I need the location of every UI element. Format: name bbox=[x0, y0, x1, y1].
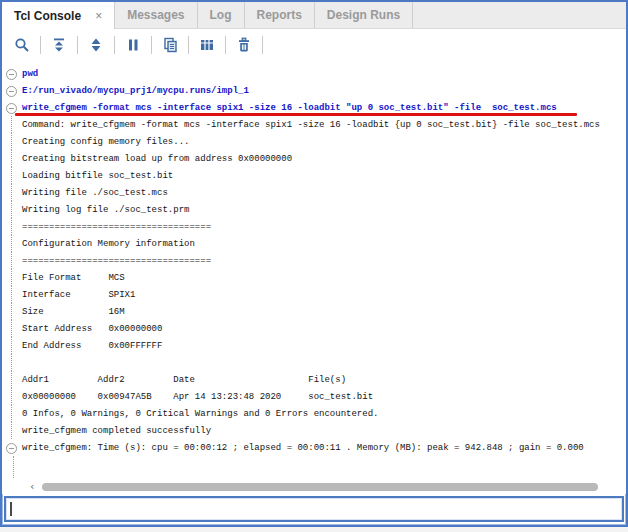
tab-reports[interactable]: Reports bbox=[245, 2, 315, 28]
scroll-left-arrow-icon[interactable]: ‹ bbox=[30, 481, 34, 492]
console-line: Loading bitfile soc_test.bit bbox=[2, 167, 626, 184]
console-line-text: =================================== bbox=[22, 222, 211, 232]
gutter-tree-line bbox=[2, 269, 22, 286]
console-line: Configuration Memory information bbox=[2, 235, 626, 252]
gutter-tree-line bbox=[2, 201, 22, 218]
search-icon bbox=[14, 37, 30, 53]
collapse-toggle-icon[interactable] bbox=[2, 82, 22, 99]
scrollbar-thumb[interactable] bbox=[42, 483, 598, 491]
console-line-text: 0x00000000 0x00947A5B Apr 14 13:23:48 20… bbox=[22, 392, 373, 402]
gutter-tree-line bbox=[2, 116, 22, 133]
tab-label: Messages bbox=[127, 8, 184, 22]
console-line-text: write_cfgmem completed successfully bbox=[22, 426, 211, 436]
console-line-text: =================================== bbox=[22, 256, 211, 266]
tab-label: Design Runs bbox=[327, 8, 400, 22]
console-line: Creating config memory files... bbox=[2, 133, 626, 150]
console-line-text: Writing file ./soc_test.mcs bbox=[22, 188, 168, 198]
horizontal-scrollbar[interactable]: ‹ bbox=[2, 479, 626, 494]
collapse-toggle-icon[interactable] bbox=[2, 65, 22, 82]
console-line: Size 16M bbox=[2, 303, 626, 320]
gutter-tree-line bbox=[2, 371, 22, 388]
gutter-tree-line bbox=[2, 303, 22, 320]
console-line-text: Start Address 0x00000000 bbox=[22, 324, 162, 334]
console-line-text: Interface SPIX1 bbox=[22, 290, 135, 300]
console-line-text: write_cfgmem -format mcs -interface spix… bbox=[22, 103, 557, 113]
gutter-tree-line bbox=[2, 405, 22, 422]
collapse-all-button[interactable] bbox=[47, 33, 71, 57]
toolbar-separator bbox=[77, 36, 78, 54]
tcl-command-input[interactable] bbox=[12, 498, 622, 520]
console-line: Writing file ./soc_test.mcs bbox=[2, 184, 626, 201]
gutter-tree-line bbox=[2, 252, 22, 269]
search-button[interactable] bbox=[10, 33, 34, 57]
gutter-tree-line bbox=[2, 337, 22, 354]
tab-log[interactable]: Log bbox=[198, 2, 245, 28]
console-line: =================================== bbox=[2, 252, 626, 269]
tabbar-filler bbox=[413, 2, 626, 28]
console-line: End Address 0x00FFFFFF bbox=[2, 337, 626, 354]
expand-all-button[interactable] bbox=[84, 33, 108, 57]
console-line-text: Creating bitstream load up from address … bbox=[22, 154, 292, 164]
queue-button[interactable] bbox=[195, 33, 219, 57]
gutter-tree-line bbox=[2, 320, 22, 337]
close-icon[interactable]: × bbox=[95, 10, 102, 22]
gutter-tree-line bbox=[2, 286, 22, 303]
tab-label: Reports bbox=[257, 8, 302, 22]
pause-button[interactable] bbox=[121, 33, 145, 57]
console-toolbar bbox=[2, 29, 626, 60]
console-line-text: Writing log file ./soc_test.prm bbox=[22, 205, 189, 215]
expand-all-icon bbox=[88, 37, 104, 53]
console-lines: pwdE:/run_vivado/mycpu_prj1/mycpu.runs/i… bbox=[2, 60, 626, 456]
console-line-text: 0 Infos, 0 Warnings, 0 Critical Warnings… bbox=[22, 409, 378, 419]
console-line-text: pwd bbox=[22, 69, 38, 79]
tab-label: Tcl Console bbox=[14, 9, 81, 23]
console-line bbox=[2, 354, 626, 371]
gutter-tree-line bbox=[2, 167, 22, 184]
tab-bar: Tcl Console × Messages Log Reports Desig… bbox=[2, 2, 626, 29]
console-line-text: Addr1 Addr2 Date File(s) bbox=[22, 375, 346, 385]
gutter-tree-line bbox=[2, 354, 22, 371]
console-line-text: File Format MCS bbox=[22, 273, 125, 283]
copy-icon bbox=[162, 37, 178, 53]
console-line: Command: write_cfgmem -format mcs -inter… bbox=[2, 116, 626, 133]
console-line: Writing log file ./soc_test.prm bbox=[2, 201, 626, 218]
queue-table-icon bbox=[199, 37, 215, 53]
console-line: write_cfgmem: Time (s): cpu = 00:00:12 ;… bbox=[2, 439, 626, 456]
console-line: write_cfgmem completed successfully bbox=[2, 422, 626, 439]
toolbar-separator bbox=[188, 36, 189, 54]
console-line: 0x00000000 0x00947A5B Apr 14 13:23:48 20… bbox=[2, 388, 626, 405]
console-line-text: Loading bitfile soc_test.bit bbox=[22, 171, 173, 181]
collapse-all-icon bbox=[51, 37, 67, 53]
trash-icon bbox=[236, 37, 252, 53]
console-line: Creating bitstream load up from address … bbox=[2, 150, 626, 167]
toolbar-separator bbox=[262, 36, 263, 54]
console-output[interactable]: pwdE:/run_vivado/mycpu_prj1/mycpu.runs/i… bbox=[2, 60, 626, 494]
gutter-tree-line bbox=[2, 388, 22, 405]
gutter-tree-line bbox=[2, 235, 22, 252]
gutter-tree-line bbox=[2, 184, 22, 201]
collapse-toggle-icon[interactable] bbox=[2, 439, 22, 456]
console-line: Addr1 Addr2 Date File(s) bbox=[2, 371, 626, 388]
toolbar-separator bbox=[225, 36, 226, 54]
toolbar-separator bbox=[151, 36, 152, 54]
tab-messages[interactable]: Messages bbox=[115, 2, 197, 28]
gutter-tree-line bbox=[2, 218, 22, 235]
tcl-command-input-wrap bbox=[4, 496, 624, 522]
gutter-line-tail bbox=[13, 456, 14, 478]
tab-tcl-console[interactable]: Tcl Console × bbox=[2, 2, 115, 29]
console-line-text: Command: write_cfgmem -format mcs -inter… bbox=[22, 120, 600, 130]
console-line: Interface SPIX1 bbox=[2, 286, 626, 303]
copy-button[interactable] bbox=[158, 33, 182, 57]
gutter-tree-line bbox=[2, 150, 22, 167]
console-line-text: Configuration Memory information bbox=[22, 239, 195, 249]
tab-design-runs[interactable]: Design Runs bbox=[315, 2, 413, 28]
toolbar-separator bbox=[114, 36, 115, 54]
console-line: 0 Infos, 0 Warnings, 0 Critical Warnings… bbox=[2, 405, 626, 422]
red-underline-annotation bbox=[15, 113, 577, 116]
gutter-tree-line bbox=[2, 422, 22, 439]
console-line-text: End Address 0x00FFFFFF bbox=[22, 341, 162, 351]
clear-console-button[interactable] bbox=[232, 33, 256, 57]
console-line: pwd bbox=[2, 65, 626, 82]
console-line: Start Address 0x00000000 bbox=[2, 320, 626, 337]
gutter-tree-line bbox=[2, 133, 22, 150]
